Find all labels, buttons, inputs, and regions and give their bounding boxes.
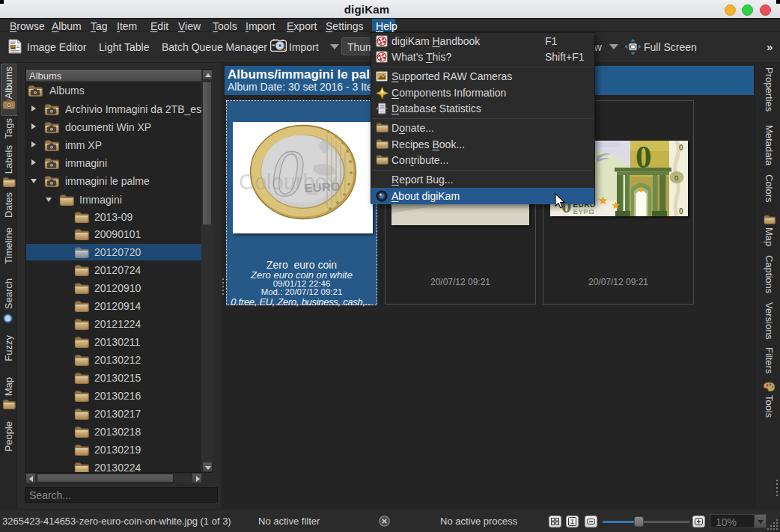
svg-text:Colourbox: Colourbox [239,170,338,194]
svg-text:EYPΩ: EYPΩ [573,207,595,215]
svg-text:0: 0 [679,207,683,215]
svg-text:1: 1 [570,518,574,525]
svg-text:0: 0 [674,174,678,182]
svg-text:0: 0 [679,144,683,152]
